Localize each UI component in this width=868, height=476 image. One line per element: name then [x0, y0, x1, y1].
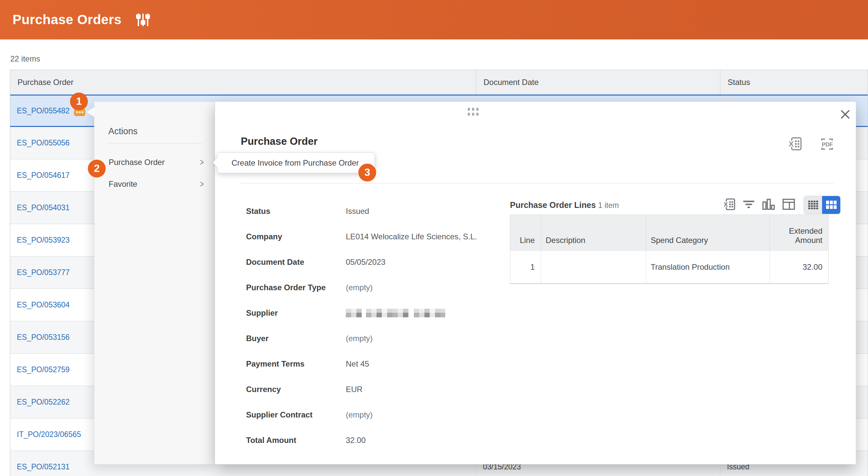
excel-export-icon[interactable]: X [788, 137, 802, 152]
expanded-grid-view-icon[interactable] [822, 196, 840, 214]
svg-text:X: X [724, 201, 728, 208]
chevron-right-icon: > [200, 179, 204, 189]
popup-title: Purchase Order [241, 136, 318, 147]
drag-handle-icon[interactable] [468, 108, 478, 116]
po-link[interactable]: ES_PO/052262 [17, 398, 70, 407]
grid-view-icon[interactable] [804, 196, 822, 214]
chevron-right-icon: > [200, 157, 204, 168]
page-title: Purchase Orders [12, 12, 122, 27]
popup-field-row: Purchase Order Type (empty) [246, 275, 497, 300]
redacted-value [346, 309, 445, 317]
field-value: LE014 Welocalize Life Sciences, S.L. [346, 232, 477, 241]
popup-field-row: Supplier Contract (empty) [246, 402, 497, 427]
excel-export-icon[interactable]: X [723, 198, 736, 212]
menu-item-favorite[interactable]: Favorite > [94, 175, 215, 194]
items-count: 22 items [10, 54, 40, 63]
submenu-create-invoice[interactable]: Create Invoice from Purchase Order [217, 152, 375, 173]
popup-field-row: Payment Terms Net 45 [246, 351, 497, 377]
po-link[interactable]: IT_PO/2023/06565 [17, 430, 81, 439]
popup-field-row: Currency EUR [246, 377, 497, 402]
filter-icon[interactable] [743, 199, 755, 211]
field-value: (empty) [346, 283, 373, 292]
column-header-document-date[interactable]: Document Date [476, 70, 720, 94]
field-value [346, 309, 445, 317]
field-label: Status [246, 207, 346, 216]
view-toggle [804, 196, 841, 214]
purchase-order-lines-table: Line Description Spend Category Extended… [510, 214, 829, 284]
actions-menu-title: Actions [108, 126, 138, 137]
field-label: Currency [246, 385, 346, 394]
column-settings-icon[interactable] [782, 199, 795, 211]
flyout-tail [213, 157, 218, 168]
app-header: Purchase Orders [0, 0, 868, 39]
submenu-item-label: Create Invoice from Purchase Order [231, 158, 359, 168]
field-label: Supplier Contract [246, 410, 346, 419]
step-badge-3: 3 [359, 163, 376, 181]
lines-header-row: Line Description Spend Category Extended… [510, 215, 828, 251]
menu-item-purchase-order[interactable]: Purchase Order > [94, 153, 215, 172]
field-label: Company [246, 232, 346, 241]
po-link[interactable]: ES_PO/054031 [17, 203, 70, 212]
lines-toolbar: X [723, 196, 841, 214]
field-value: 05/05/2023 [346, 258, 385, 267]
pdf-export-icon[interactable]: PDF [820, 138, 834, 152]
field-label: Purchase Order Type [246, 283, 346, 292]
field-value: Issued [346, 207, 369, 216]
actions-menu-tail [87, 107, 94, 117]
step-badge-1: 1 [70, 93, 88, 111]
actions-menu: Actions Purchase Order > Favorite > [94, 101, 215, 465]
lines-column-extended-amount[interactable]: Extended Amount [770, 215, 828, 251]
field-label: Buyer [246, 334, 346, 343]
lines-item-count: 1 item [598, 201, 619, 210]
field-value: (empty) [346, 410, 373, 419]
popup-field-row: Supplier [246, 300, 497, 326]
lines-data-row[interactable]: 1 Translation Production 32.00 [510, 251, 828, 283]
popup-field-row: Company LE014 Welocalize Life Sciences, … [246, 224, 497, 249]
line-spend-category: Translation Production [646, 251, 770, 283]
lines-section-title: Purchase Order Lines [510, 200, 596, 210]
divider [108, 143, 203, 144]
lines-column-description[interactable]: Description [541, 215, 646, 251]
field-label: Supplier [246, 308, 346, 318]
field-label: Total Amount [246, 436, 346, 445]
line-number: 1 [510, 251, 541, 283]
popup-field-row: Status Issued [246, 198, 497, 224]
popup-field-row: Total Amount 32.00 [246, 427, 497, 453]
purchase-orders-page: Purchase Orders 22 items Purchase Order … [0, 0, 868, 476]
popup-field-row: Buyer (empty) [246, 326, 497, 351]
column-header-status[interactable]: Status [720, 70, 868, 94]
table-header-row: Purchase Order Document Date Status [10, 70, 868, 94]
lines-column-line[interactable]: Line [510, 215, 541, 251]
field-value: (empty) [346, 334, 373, 343]
po-link[interactable]: ES_PO/054617 [17, 171, 70, 180]
po-link[interactable]: ES_PO/053923 [17, 236, 70, 245]
svg-text:X: X [789, 140, 794, 148]
po-link[interactable]: ES_PO/055482 [17, 107, 70, 115]
field-label: Document Date [246, 258, 346, 267]
step-badge-2: 2 [88, 160, 106, 178]
field-label: Payment Terms [246, 359, 346, 368]
po-link[interactable]: ES_PO/053777 [17, 268, 70, 277]
sliders-icon[interactable] [135, 12, 151, 27]
chart-icon[interactable] [762, 199, 775, 211]
po-link[interactable]: ES_PO/053156 [17, 333, 70, 342]
column-header-purchase-order[interactable]: Purchase Order [10, 70, 476, 94]
divider [241, 183, 834, 183]
svg-text:PDF: PDF [822, 142, 833, 148]
line-description [541, 251, 646, 283]
po-link[interactable]: ES_PO/053604 [17, 300, 70, 309]
po-link[interactable]: ES_PO/052131 [17, 463, 70, 471]
close-icon[interactable] [838, 107, 852, 122]
po-link[interactable]: ES_PO/055056 [17, 139, 70, 147]
po-link[interactable]: ES_PO/052759 [17, 365, 70, 374]
field-value: 32.00 [346, 436, 366, 445]
field-value: EUR [346, 385, 363, 394]
popup-field-row: Document Date 05/05/2023 [246, 249, 497, 275]
field-value: Net 45 [346, 359, 369, 368]
lines-column-spend-category[interactable]: Spend Category [646, 215, 770, 251]
line-extended-amount: 32.00 [770, 251, 828, 283]
